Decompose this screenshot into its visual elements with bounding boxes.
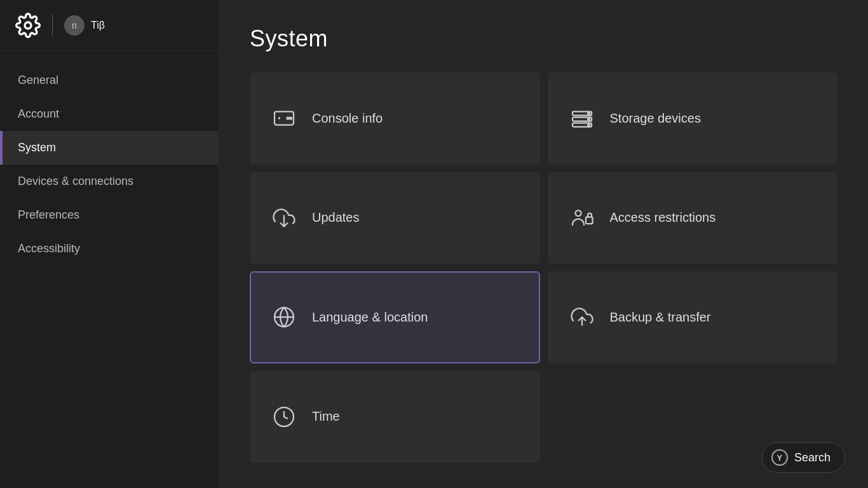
main-content: System Console info Storage devices Upda… [219,0,868,488]
console-icon [271,105,297,131]
sidebar-header: n Tiβ [0,0,219,51]
tile-label-access-restrictions: Access restrictions [610,210,716,225]
tile-updates[interactable]: Updates [250,172,540,264]
svg-point-9 [588,112,590,114]
user-info: n Tiβ [64,15,105,36]
search-label: Search [794,451,831,464]
y-button-icon: Y [771,449,788,466]
search-button[interactable]: Y Search [762,442,845,473]
svg-point-4 [287,118,289,119]
tile-backup-transfer[interactable]: Backup & transfer [548,271,838,363]
sidebar-nav: GeneralAccountSystemDevices & connection… [0,51,219,266]
svg-point-5 [290,118,292,119]
avatar: n [64,15,85,36]
tile-console-info[interactable]: Console info [250,72,540,165]
storage-icon [569,105,595,131]
tile-label-time: Time [312,409,340,424]
page-title: System [250,25,837,52]
updates-icon [271,205,297,231]
sidebar-item-devices[interactable]: Devices & connections [0,165,219,198]
tile-access-restrictions[interactable]: Access restrictions [548,172,838,264]
tile-language-location[interactable]: Language & location [250,271,540,363]
tile-label-console-info: Console info [312,111,383,126]
settings-grid: Console info Storage devices Updates Acc… [250,72,837,463]
tile-label-backup-transfer: Backup & transfer [610,310,711,325]
header-divider [52,14,53,37]
sidebar-item-account[interactable]: Account [0,97,219,131]
gear-icon [15,13,41,38]
tile-time[interactable]: Time [250,371,540,463]
tile-label-language-location: Language & location [312,310,428,325]
svg-point-10 [588,118,590,120]
sidebar-item-accessibility[interactable]: Accessibility [0,232,219,266]
sidebar-item-general[interactable]: General [0,64,219,97]
user-name: Tiβ [91,20,105,31]
svg-point-0 [25,22,31,29]
sidebar-item-preferences[interactable]: Preferences [0,198,219,232]
tile-label-storage-devices: Storage devices [610,111,701,126]
svg-point-13 [575,210,581,216]
upload-icon [569,304,595,330]
tile-label-updates: Updates [312,210,360,225]
svg-rect-1 [275,112,294,125]
sidebar-item-system[interactable]: System [0,131,219,165]
globe-icon [271,304,297,330]
tile-storage-devices[interactable]: Storage devices [548,72,838,165]
clock-icon [271,404,297,430]
svg-rect-14 [586,217,593,224]
svg-point-11 [588,124,590,126]
sidebar: n Tiβ GeneralAccountSystemDevices & conn… [0,0,219,488]
lock-people-icon [569,205,595,231]
